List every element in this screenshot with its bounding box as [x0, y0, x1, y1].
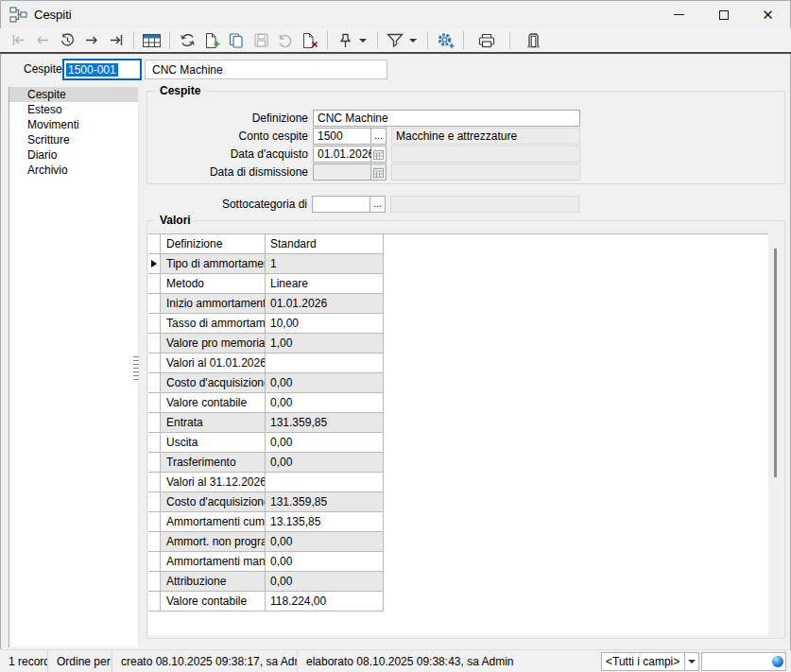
row-value[interactable]: 0,00 — [266, 373, 384, 393]
scrollbar-thumb[interactable] — [774, 249, 777, 477]
row-selector[interactable] — [148, 274, 161, 294]
splitter-grip[interactable] — [133, 356, 139, 380]
previous-record-button[interactable] — [32, 30, 53, 51]
search-field-selector[interactable]: <Tutti i campi> — [601, 652, 699, 671]
row-value[interactable]: 131.359,85 — [266, 492, 384, 512]
table-row[interactable]: Valore contabile118.224,00 — [148, 592, 768, 612]
row-value[interactable]: 13.135,85 — [266, 512, 384, 532]
search-globe-icon[interactable] — [772, 656, 783, 667]
undo-button[interactable] — [275, 30, 296, 51]
table-row[interactable]: Uscita0,00 — [148, 433, 768, 453]
save-record-button[interactable] — [250, 30, 271, 51]
table-row[interactable]: Ammortamenti manuali0,00 — [148, 552, 768, 572]
row-selector[interactable] — [148, 393, 161, 413]
first-record-button[interactable] — [8, 30, 28, 51]
definizione-input[interactable]: CNC Machine — [313, 110, 580, 127]
row-value[interactable]: 0,00 — [266, 552, 384, 572]
row-selector[interactable] — [148, 453, 161, 473]
minimize-button[interactable] — [657, 1, 701, 28]
table-row[interactable]: Tipo di ammortamento1 — [148, 254, 768, 274]
row-value[interactable]: 0,00 — [266, 532, 384, 552]
search-field-dropdown-button[interactable] — [684, 653, 698, 670]
row-value[interactable]: 0,00 — [266, 433, 384, 453]
record-id-input[interactable]: 1500-001 — [62, 59, 142, 80]
new-record-button[interactable] — [201, 30, 222, 51]
table-row[interactable]: Valori al 01.01.2026 — [148, 353, 768, 373]
table-row[interactable]: Valore contabile0,00 — [148, 393, 768, 413]
row-value[interactable]: 0,00 — [266, 572, 384, 592]
row-selector[interactable] — [148, 294, 161, 314]
filter-dropdown-icon[interactable] — [409, 39, 417, 43]
table-row[interactable]: Valore pro memoria1,00 — [148, 334, 768, 353]
sidebar-item-movimenti[interactable]: Movimenti — [9, 117, 138, 132]
table-row[interactable]: Costo d'acquisizione131.359,85 — [148, 492, 768, 512]
refresh-button[interactable] — [177, 30, 198, 51]
history-button[interactable] — [57, 30, 77, 51]
search-input[interactable] — [702, 653, 770, 670]
row-value[interactable]: 1 — [266, 254, 384, 274]
data-acquisto-calendar-button[interactable] — [371, 146, 387, 163]
pin-button[interactable] — [335, 30, 355, 51]
table-row[interactable]: Tasso di ammortamento10,00 — [148, 314, 768, 334]
sidebar-item-esteso[interactable]: Esteso — [9, 102, 138, 117]
table-row[interactable]: Entrata131.359,85 — [148, 413, 768, 433]
row-selector[interactable] — [148, 413, 161, 433]
sottocategoria-input[interactable] — [312, 196, 370, 213]
next-record-button[interactable] — [81, 30, 102, 51]
last-record-button[interactable] — [106, 30, 127, 51]
row-value[interactable]: 1,00 — [266, 334, 384, 353]
table-row[interactable]: DefinizioneStandard — [148, 234, 768, 254]
data-dismissione-calendar-button[interactable] — [371, 164, 387, 181]
table-row[interactable]: MetodoLineare — [148, 274, 768, 294]
sidebar-item-scritture[interactable]: Scritture — [9, 132, 138, 147]
sidebar-item-archivio[interactable]: Archivio — [9, 163, 138, 178]
exit-button[interactable] — [523, 30, 543, 51]
row-selector[interactable] — [148, 433, 161, 453]
row-value[interactable]: 0,00 — [266, 393, 384, 413]
data-acquisto-input[interactable]: 01.01.2026 — [313, 146, 371, 163]
copy-record-button[interactable] — [226, 30, 247, 51]
row-selector[interactable] — [148, 254, 161, 274]
table-row[interactable]: Ammortamenti cum.13.135,85 — [148, 512, 768, 532]
sottocategoria-lookup-button[interactable]: ... — [370, 196, 386, 213]
conto-cespite-lookup-button[interactable]: ... — [371, 128, 387, 145]
filter-button[interactable] — [385, 30, 405, 51]
print-button[interactable] — [476, 30, 497, 51]
row-selector[interactable] — [148, 334, 161, 353]
row-selector[interactable] — [148, 314, 161, 334]
row-selector[interactable] — [148, 234, 161, 254]
data-dismissione-input[interactable] — [313, 164, 371, 181]
table-row[interactable]: Costo d'acquisizione0,00 — [148, 373, 768, 393]
table-row[interactable]: Inizio ammortamento01.01.2026 — [148, 294, 768, 314]
row-value[interactable]: 118.224,00 — [266, 592, 384, 612]
row-value[interactable]: 131.359,85 — [266, 413, 384, 433]
sidebar-item-cespite[interactable]: Cespite — [9, 87, 138, 102]
row-value[interactable]: 01.01.2026 — [266, 294, 384, 314]
row-selector[interactable] — [148, 512, 161, 532]
row-selector[interactable] — [148, 353, 161, 373]
row-value[interactable]: 10,00 — [266, 314, 384, 334]
row-selector[interactable] — [148, 572, 161, 592]
table-row[interactable]: Trasferimento0,00 — [148, 453, 768, 473]
conto-cespite-input[interactable]: 1500 — [313, 128, 371, 145]
row-selector[interactable] — [148, 532, 161, 552]
row-value[interactable] — [266, 473, 384, 492]
row-selector[interactable] — [148, 552, 161, 572]
row-value[interactable]: 0,00 — [266, 453, 384, 473]
row-value[interactable] — [266, 353, 384, 373]
table-row[interactable]: Attribuzione0,00 — [148, 572, 768, 592]
row-value[interactable]: Lineare — [266, 274, 384, 294]
row-value[interactable]: Standard — [266, 234, 384, 254]
maximize-button[interactable] — [701, 1, 746, 28]
delete-record-button[interactable] — [300, 30, 320, 51]
settings-add-button[interactable] — [435, 30, 456, 51]
table-row[interactable]: Ammort. non programmato0,00 — [148, 532, 768, 552]
row-selector[interactable] — [148, 492, 161, 512]
table-view-button[interactable] — [141, 30, 163, 51]
sidebar-item-diario[interactable]: Diario — [9, 147, 138, 163]
close-button[interactable]: ✕ — [746, 1, 790, 28]
table-row[interactable]: Valori al 31.12.2026 — [148, 473, 768, 492]
row-selector[interactable] — [148, 373, 161, 393]
row-selector[interactable] — [148, 592, 161, 612]
pin-dropdown-icon[interactable] — [359, 39, 367, 43]
